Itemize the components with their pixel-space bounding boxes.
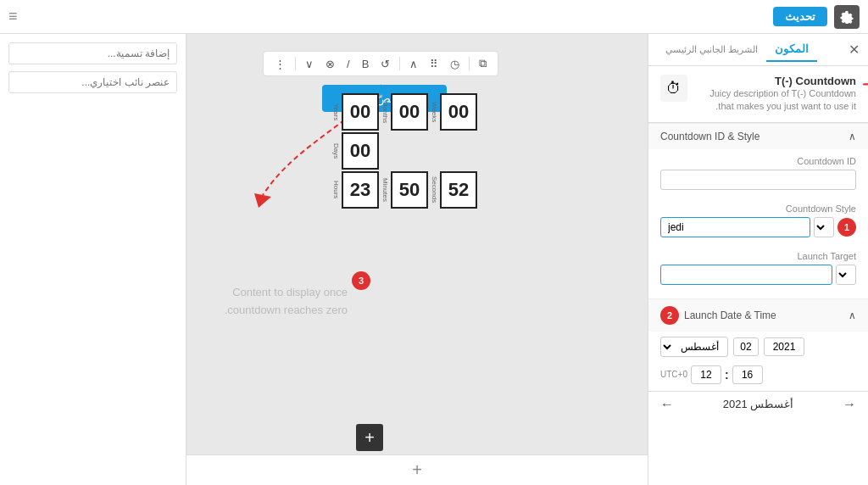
section-id-style-header[interactable]: ∧ Countdown ID & Style <box>648 123 868 149</box>
update-button[interactable]: تحديث <box>773 7 827 26</box>
tab-main-strip[interactable]: الشريط الجانبي الرئيسي <box>657 39 766 60</box>
toolbar-dots[interactable]: ⋮ <box>270 56 290 72</box>
main-container: ✕ المكون الشريط الجانبي الرئيسي T(-) Cou… <box>0 34 868 485</box>
hours-value: 23 <box>342 171 379 209</box>
countdown-style-dropdown[interactable]: ∨ <box>814 217 834 237</box>
canvas-add-button[interactable]: + <box>356 424 383 451</box>
seconds-value: 52 <box>440 171 477 209</box>
years-value: 00 <box>342 93 379 131</box>
toolbar-chevron[interactable]: ∨ <box>301 56 318 72</box>
countdown-id-input[interactable] <box>660 170 856 190</box>
days-label: Days <box>332 143 339 159</box>
years-label: Years <box>332 103 339 120</box>
launch-target-row: ∨ Countdown <box>660 265 856 285</box>
badge-3: 3 <box>352 271 370 290</box>
toolbar-link[interactable]: ⊗ <box>321 56 339 72</box>
component-desc-1: Juicy description of T(-) Countdown <box>694 87 856 100</box>
canvas-area: ⋮ ∨ ⊗ / B ↺ ∧ ⠿ ◷ ⧉ إضافة نصّ للزر... Ye… <box>186 34 648 485</box>
bottom-add-bar[interactable]: + <box>186 454 648 485</box>
weeks-value: 00 <box>440 93 477 131</box>
toolbar-italic[interactable]: / <box>342 56 354 72</box>
hour-input[interactable] <box>732 365 763 384</box>
component-title: T(-) Countdown <box>694 75 856 87</box>
minutes-value: 50 <box>391 171 428 209</box>
section-launch-date-label: Launch Date & Time <box>684 309 776 321</box>
gear-button[interactable] <box>834 5 860 29</box>
right-panel <box>0 34 186 485</box>
launch-target-input[interactable]: Countdown <box>660 265 832 285</box>
badge-1: 1 <box>837 218 856 237</box>
arrow-hint: ➜ <box>862 75 868 93</box>
countdown-id-group: Countdown ID <box>648 149 868 197</box>
launch-target-label: Launch Target <box>660 251 856 261</box>
component-desc-2: .that makes you just want to use it <box>694 100 856 113</box>
date-row: أغسطس <box>648 332 868 362</box>
menu-icon[interactable]: ≡ <box>8 8 18 25</box>
countdown-style-input[interactable] <box>660 217 810 237</box>
toolbar-grid[interactable]: ⠿ <box>426 56 442 72</box>
time-colon: : <box>725 368 729 382</box>
minute-input[interactable] <box>691 365 721 384</box>
countdown-style-row: 1 ∨ <box>660 217 856 237</box>
countdown-mid-row: Days 00 <box>331 132 477 170</box>
nav-next-arrow[interactable]: → <box>843 397 856 412</box>
nav-date-label: أغسطس 2021 <box>723 398 794 410</box>
zero-content-text: Content to display once countdown reache… <box>212 284 348 320</box>
bottom-add-icon: + <box>412 460 422 480</box>
toolbar-clock[interactable]: ◷ <box>446 56 464 72</box>
section-id-style-label: Countdown ID & Style <box>660 131 760 142</box>
svg-marker-0 <box>254 193 271 208</box>
close-button[interactable]: ✕ <box>849 42 860 58</box>
month-num-input[interactable] <box>733 337 759 356</box>
year-input[interactable] <box>764 337 804 356</box>
toolbar-copy[interactable]: ⧉ <box>475 55 491 72</box>
seconds-label: Seconds <box>431 176 437 203</box>
month-name-select[interactable]: أغسطس <box>660 337 728 357</box>
name-input[interactable] <box>8 42 177 64</box>
toolbar-sep-1 <box>295 57 296 70</box>
toolbar-bold[interactable]: B <box>358 56 374 72</box>
countdown-widget: Years 00 Months 00 Weeks 00 Days 00 Hour… <box>331 93 477 209</box>
countdown-id-label: Countdown ID <box>660 156 856 166</box>
component-icon: ⏱ <box>660 75 687 102</box>
sidebar-bottom-nav: → أغسطس 2021 ← <box>648 391 868 417</box>
launch-target-group: Launch Target ∨ Countdown <box>648 244 868 292</box>
weeks-label: Weeks <box>431 102 437 122</box>
minutes-label: Minutes <box>381 178 388 202</box>
canvas-toolbar: ⋮ ∨ ⊗ / B ↺ ∧ ⠿ ◷ ⧉ <box>263 51 498 76</box>
toolbar-undo[interactable]: ↺ <box>376 56 394 72</box>
hours-label: Hours <box>332 181 339 198</box>
days-value: 00 <box>342 132 379 170</box>
top-bar: تحديث ≡ <box>0 0 868 34</box>
months-value: 00 <box>391 93 428 131</box>
countdown-top-row: Years 00 Months 00 Weeks 00 <box>331 93 477 131</box>
toolbar-up[interactable]: ∧ <box>405 56 422 72</box>
toolbar-sep-3 <box>469 57 470 70</box>
toolbar-sep-2 <box>399 57 400 70</box>
countdown-style-group: Countdown Style 1 ∨ <box>648 197 868 244</box>
countdown-style-label: Countdown Style <box>660 203 856 214</box>
tab-component[interactable]: المكون <box>766 37 817 62</box>
months-label: Months <box>381 101 388 123</box>
nav-prev-arrow[interactable]: ← <box>660 397 674 412</box>
section-launch-date-chevron: ∧ <box>849 309 856 321</box>
sidebar-tabs: ✕ المكون الشريط الجانبي الرئيسي <box>648 34 868 66</box>
section-launch-date-header[interactable]: ∧ Launch Date & Time 2 <box>648 298 868 332</box>
countdown-bottom-row: Hours 23 Minutes 50 Seconds 52 <box>331 171 477 209</box>
time-row: : UTC+0 <box>648 362 868 391</box>
utc-label: UTC+0 <box>660 370 687 379</box>
badge-2: 2 <box>660 306 679 325</box>
top-bar-left: تحديث <box>773 5 860 29</box>
sidebar: ✕ المكون الشريط الجانبي الرئيسي T(-) Cou… <box>648 34 868 485</box>
alt-input[interactable] <box>8 71 177 93</box>
launch-target-dropdown[interactable]: ∨ <box>836 265 856 285</box>
component-info: T(-) Countdown Juicy description of T(-)… <box>648 66 868 123</box>
section-id-style-chevron: ∧ <box>849 131 856 142</box>
